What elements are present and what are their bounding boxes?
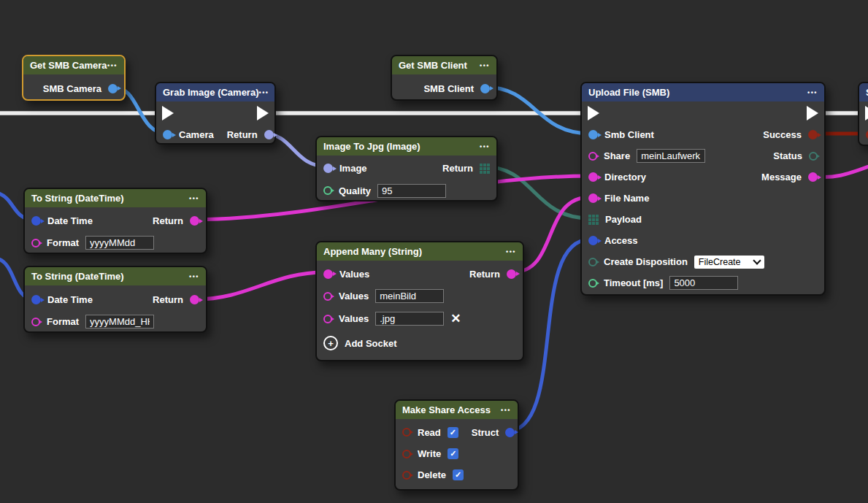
socket-payload-grid-icon[interactable] [588,215,599,225]
delete-checkbox[interactable]: ✓ [453,469,464,480]
node-header[interactable]: Make Share Access ••• [396,401,518,419]
plus-circle-icon[interactable]: + [323,336,338,350]
quality-input[interactable] [377,184,446,198]
exec-in-icon[interactable] [588,106,599,120]
format-input[interactable] [85,315,154,329]
socket-format-input[interactable] [31,318,40,326]
port-label-directory: Directory [604,172,646,183]
node-header[interactable]: Upload File (SMB) ••• [582,83,824,101]
node-header[interactable]: Append Many (String) ••• [317,242,523,261]
socket-status-output[interactable] [809,152,818,161]
socket-smb-camera-output[interactable] [108,84,118,93]
socket-return-output[interactable] [190,295,199,304]
socket-message-output[interactable] [808,172,818,182]
socket-return-output[interactable] [264,130,274,139]
socket-quality-input[interactable] [323,186,332,195]
port-label-return: Return [153,294,183,305]
port-label-smb-camera: SMB Camera [43,83,101,94]
socket-values-1-input[interactable] [323,269,333,279]
menu-ellipsis-icon[interactable]: ••• [480,62,490,69]
values-3-input[interactable] [375,312,444,326]
write-checkbox[interactable]: ✓ [448,448,458,459]
socket-write-input[interactable] [402,450,411,458]
menu-ellipsis-icon[interactable]: ••• [807,89,818,96]
wire-hourstring-to-values[interactable] [196,272,325,299]
socket-return-output[interactable] [190,216,199,226]
remove-socket-icon[interactable]: ✕ [450,312,461,325]
node-get-smb-client[interactable]: Get SMB Client ••• SMB Client [391,55,498,101]
port-label-payload: Payload [605,214,642,225]
menu-ellipsis-icon[interactable]: ••• [259,89,269,96]
socket-delete-input[interactable] [402,471,411,480]
create-disposition-value: FileCreate [699,257,741,267]
socket-datetime-input[interactable] [31,295,41,304]
socket-share-input[interactable] [588,152,597,161]
port-label-read: Read [418,427,441,438]
format-input[interactable] [85,236,154,250]
socket-bytes-grid-icon[interactable] [480,164,490,174]
timeout-input[interactable] [669,276,738,290]
node-header[interactable]: To String (DateTime) ••• [25,267,206,285]
socket-directory-input[interactable] [588,172,598,182]
node-title: Grab Image (Camera) [163,87,259,98]
socket-camera-input[interactable] [163,130,172,139]
exec-in-icon[interactable] [865,106,868,120]
node-partial-right[interactable]: S [858,82,868,146]
node-grab-image[interactable]: Grab Image (Camera) ••• Camera Return [155,82,276,145]
node-image-to-jpg[interactable]: Image To Jpg (Image) ••• Image Return Qu… [315,136,498,201]
exec-out-icon[interactable] [257,106,269,120]
socket-values-3-input[interactable] [323,315,332,323]
port-label-return: Return [442,163,473,174]
node-editor-canvas[interactable]: { "palette": { "canvas_background": "#2c… [0,0,868,503]
socket-struct-output[interactable] [505,428,515,437]
share-input[interactable] [637,149,705,163]
exec-in-icon[interactable] [162,106,174,120]
node-header[interactable]: Image To Jpg (Image) ••• [317,137,496,155]
menu-ellipsis-icon[interactable]: ••• [506,248,516,256]
port-label-smb-client: Smb Client [604,129,654,140]
node-upload-file[interactable]: Upload File (SMB) ••• Smb Client Success… [580,82,826,296]
node-to-string-hour[interactable]: To String (DateTime) ••• Date Time Retur… [23,266,207,333]
port-label-message: Message [761,172,802,183]
socket-values-2-input[interactable] [323,292,332,301]
node-make-share-access[interactable]: Make Share Access ••• Read ✓ Struct Writ… [394,399,519,491]
node-get-smb-camera[interactable]: Get SMB Camera ••• SMB Camera [22,55,126,101]
socket-format-input[interactable] [31,239,40,247]
port-label-delete: Delete [418,469,446,480]
socket-read-input[interactable] [402,428,411,437]
menu-ellipsis-icon[interactable]: ••• [501,407,511,414]
menu-ellipsis-icon[interactable]: ••• [480,143,490,150]
node-title: Make Share Access [402,404,491,415]
node-header[interactable]: Get SMB Client ••• [392,56,496,74]
node-title: Append Many (String) [323,246,422,257]
socket-image-input[interactable] [323,164,333,173]
socket-create-disposition-input[interactable] [588,258,597,266]
values-2-input[interactable] [375,289,444,303]
socket-return-output[interactable] [507,269,516,279]
socket-datetime-input[interactable] [31,216,41,226]
port-label-values-1: Values [339,269,369,280]
node-append-many[interactable]: Append Many (String) ••• Values Return V… [315,241,524,361]
node-header[interactable]: Get SMB Camera ••• [23,56,124,74]
exec-out-icon[interactable] [807,106,818,120]
read-checkbox[interactable]: ✓ [448,427,458,438]
socket-success-output[interactable] [808,130,818,139]
node-header[interactable]: Grab Image (Camera) ••• [156,83,274,101]
wire-jpgreturn-to-payload[interactable] [483,166,590,218]
menu-ellipsis-icon[interactable]: ••• [107,62,118,69]
add-socket-label: Add Socket [345,338,397,349]
socket-file-name-input[interactable] [588,193,598,203]
port-label-write: Write [418,448,441,459]
menu-ellipsis-icon[interactable]: ••• [189,195,199,202]
menu-ellipsis-icon[interactable]: ••• [189,273,199,280]
socket-smb-client-output[interactable] [480,84,490,93]
wire-smbclient-to-upload[interactable] [484,87,590,134]
node-to-string-date[interactable]: To String (DateTime) ••• Date Time Retur… [23,188,207,254]
socket-smb-client-input[interactable] [588,130,598,139]
node-header[interactable]: S [859,83,868,101]
socket-access-input[interactable] [588,236,598,245]
create-disposition-select[interactable]: FileCreate [694,256,764,269]
socket-timeout-input[interactable] [588,279,597,288]
node-header[interactable]: To String (DateTime) ••• [25,189,206,207]
add-socket-button[interactable]: + Add Socket [317,330,523,356]
